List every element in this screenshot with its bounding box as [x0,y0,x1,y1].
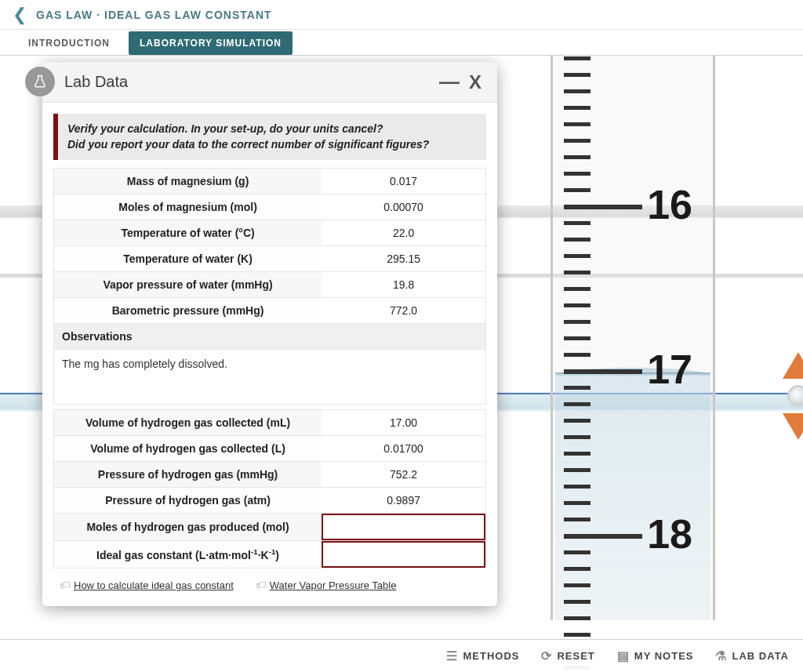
input-moles-h2[interactable] [322,514,485,540]
value-barometric-pressure: 772.0 [322,298,485,324]
help-links: 🏷How to calculate ideal gas constant 🏷Wa… [53,568,486,595]
value-temp-k: 295.15 [322,246,485,272]
link-calc-constant[interactable]: How to calculate ideal gas constant [74,579,234,591]
value-vol-h2-ml: 17.00 [322,410,485,436]
table-row: Volume of hydrogen gas collected (L)0.01… [54,436,486,462]
table-row: Temperature of water (K)295.15 [54,246,486,272]
back-chevron-icon[interactable]: ❮ [8,5,31,25]
label-mass-mg: Mass of magnesium (g) [54,169,322,194]
panel-title: Lab Data [64,73,434,91]
table-row: Ideal gas constant (L·atm·mol-1·K-1) [54,541,486,568]
table-row: Vapor pressure of water (mmHg)19.8 [54,272,486,298]
arrow-up-icon[interactable] [783,352,803,379]
value-press-h2-mmhg: 752.2 [322,462,485,488]
tube-adjust-control[interactable] [783,352,803,485]
tag-icon: 🏷 [256,579,267,591]
lab-data-panel: Lab Data — X Verify your calculation. In… [42,62,497,606]
flask-icon: ⚗ [715,648,727,663]
simulation-area: 16 17 18 Lab Data — X Verify your calcul… [0,56,803,672]
label-ideal-gas-constant: Ideal gas constant (L·atm·mol-1·K-1) [54,541,322,568]
notes-icon: ▤ [617,648,630,663]
label-temp-k: Temperature of water (K) [54,246,322,272]
reset-button[interactable]: ⟳RESET [541,648,594,663]
arrow-down-icon[interactable] [783,413,803,440]
label-press-h2-atm: Pressure of hydrogen gas (atm) [54,488,322,514]
table-row: Barometric pressure (mmHg)772.0 [54,298,486,324]
mynotes-label: MY NOTES [634,650,694,662]
label-temp-c: Temperature of water (°C) [54,220,322,246]
methods-label: METHODS [463,650,519,662]
input-ideal-gas-constant[interactable] [322,541,485,568]
ruler-mark-18: 18 [647,510,692,558]
table-row: Pressure of hydrogen gas (mmHg)752.2 [54,462,486,488]
close-icon[interactable]: X [464,71,486,93]
adjust-grip-icon[interactable] [787,385,803,407]
app-header: ❮ GAS LAW · IDEAL GAS LAW CONSTANT [0,0,803,30]
label-vol-h2-l: Volume of hydrogen gas collected (L) [54,436,322,462]
table-row: Pressure of hydrogen gas (atm)0.9897 [54,488,486,514]
label-vapor-pressure: Vapor pressure of water (mmHg) [54,272,322,298]
alert-line-1: Verify your calculation. In your set-up,… [67,122,477,137]
tab-laboratory-simulation[interactable]: LABORATORY SIMULATION [129,31,292,55]
link-calc-constant-wrap: 🏷How to calculate ideal gas constant [60,578,234,592]
tab-bar: INTRODUCTION LABORATORY SIMULATION [0,30,803,56]
label-vol-h2-ml: Volume of hydrogen gas collected (mL) [54,410,322,436]
table-row: Moles of magnesium (mol)0.00070 [54,194,486,220]
panel-body: Verify your calculation. In your set-up,… [42,103,497,606]
flask-badge-icon [25,67,55,96]
value-temp-c: 22.0 [322,220,485,246]
minimize-icon[interactable]: — [434,70,464,94]
value-press-h2-atm: 0.9897 [322,488,485,514]
table-row: Moles of hydrogen gas produced (mol) [54,514,486,541]
list-icon: ☰ [446,648,458,663]
value-vapor-pressure: 19.8 [322,272,485,298]
panel-header: Lab Data — X [42,62,497,103]
table-row: Mass of magnesium (g)0.017 [54,169,486,194]
reset-label: RESET [557,650,594,662]
value-vol-h2-l: 0.01700 [322,436,485,462]
tab-introduction[interactable]: INTRODUCTION [28,31,110,55]
ruler-ticks [564,56,642,620]
my-notes-button[interactable]: ▤MY NOTES [617,648,694,663]
label-press-h2-mmhg: Pressure of hydrogen gas (mmHg) [54,462,322,488]
value-moles-mg: 0.00070 [322,194,485,220]
link-vapor-table-wrap: 🏷Water Vapor Pressure Table [256,578,397,592]
lab-data-button[interactable]: ⚗LAB DATA [715,648,789,663]
reset-icon: ⟳ [541,648,552,663]
ruler-mark-17: 17 [647,346,692,393]
methods-button[interactable]: ☰METHODS [446,648,519,663]
label-barometric-pressure: Barometric pressure (mmHg) [54,298,322,324]
value-mass-mg: 0.017 [322,169,485,194]
observations-label: Observations [54,324,322,350]
table-row: Volume of hydrogen gas collected (mL)17.… [54,410,486,436]
ruler-mark-16: 16 [647,181,692,228]
label-moles-h2: Moles of hydrogen gas produced (mol) [54,514,322,541]
observations-header-row: Observations [54,324,486,350]
labdata-label: LAB DATA [732,650,789,662]
table-row: Temperature of water (°C)22.0 [54,220,486,246]
data-table-1: Mass of magnesium (g)0.017 Moles of magn… [53,168,486,350]
observations-text: The mg has completely dissolved. [53,350,486,405]
data-table-2: Volume of hydrogen gas collected (mL)17.… [53,409,486,568]
eudiometer-tube: 16 17 18 [550,56,715,620]
breadcrumb: GAS LAW · IDEAL GAS LAW CONSTANT [36,9,272,21]
verification-alert: Verify your calculation. In your set-up,… [53,114,486,160]
link-vapor-table[interactable]: Water Vapor Pressure Table [270,579,397,591]
label-moles-mg: Moles of magnesium (mol) [54,194,322,220]
tag-icon: 🏷 [60,579,71,591]
bottom-toolbar: ☰METHODS ⟳RESET ▤MY NOTES ⚗LAB DATA [0,639,803,672]
alert-line-2: Did you report your data to the correct … [67,137,477,153]
